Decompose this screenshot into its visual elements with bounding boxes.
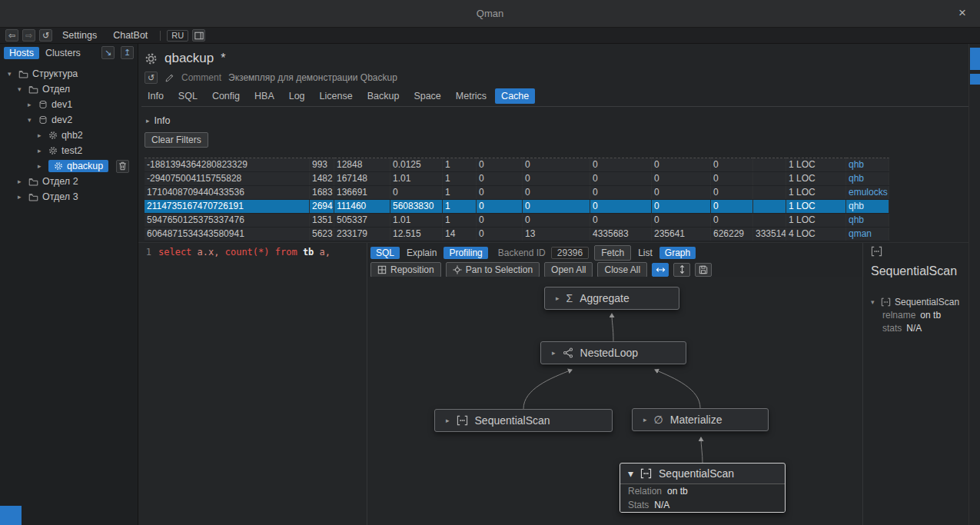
tree-item-dev1[interactable]: ▸ dev1 <box>0 97 138 112</box>
layout-toggle-button[interactable] <box>192 29 205 42</box>
expand-arrow[interactable]: ▸ <box>18 193 25 201</box>
tree-item-structura[interactable]: ▾ Структура <box>0 66 138 81</box>
chatbot-menu[interactable]: ChatBot <box>107 30 154 41</box>
reposition-button[interactable]: Reposition <box>370 262 441 277</box>
column-filter-input[interactable] <box>786 150 846 158</box>
expand-arrow[interactable]: ▸ <box>38 162 45 170</box>
database-link[interactable]: qman <box>846 228 889 241</box>
database-link[interactable]: qhb <box>846 214 889 227</box>
column-filter-input[interactable] <box>590 150 652 158</box>
expand-arrow[interactable]: ▸ <box>28 101 35 108</box>
tree-item-otdel[interactable]: ▾ Отдел <box>0 81 138 97</box>
graph-view-button[interactable]: Graph <box>659 247 696 259</box>
fit-height-button[interactable] <box>673 263 690 277</box>
column-filter-input[interactable] <box>145 150 310 158</box>
revert-comment-button[interactable]: ↺ <box>145 71 158 84</box>
tab-metrics[interactable]: Metrics <box>450 88 493 104</box>
column-filter-input[interactable] <box>310 150 334 158</box>
column-filter-input[interactable] <box>523 150 590 158</box>
table-row[interactable]: 1710408709440433536168313669101000001 LO… <box>145 186 889 200</box>
plan-node-seqscan-expanded[interactable]: ▾ SequentialScan Relation on tb Stats N/… <box>620 463 786 513</box>
column-filter-input[interactable] <box>711 150 753 158</box>
tab-config[interactable]: Config <box>206 88 246 104</box>
column-filter-input[interactable] <box>652 150 711 158</box>
expand-arrow[interactable]: ▾ <box>8 70 15 78</box>
expand-arrow[interactable]: ▾ <box>28 116 35 124</box>
descend-button[interactable]: ↘ <box>101 46 115 59</box>
pan-to-selection-button[interactable]: Pan to Selection <box>446 262 540 277</box>
close-all-button[interactable]: Close All <box>597 262 647 277</box>
expand-arrow[interactable]: ▸ <box>552 349 556 357</box>
table-row-selected[interactable]: 2114735167470726191269411146056083830100… <box>145 200 889 214</box>
inspector-tree-item[interactable]: ▾ SequentialScan <box>871 297 968 307</box>
close-button[interactable]: × <box>954 0 971 28</box>
plan-node-seqscan[interactable]: ▸ SequentialScan <box>434 409 613 432</box>
tree-item-otdel-3[interactable]: ▸ Отдел 3 <box>0 189 138 204</box>
tab-cache[interactable]: Cache <box>495 88 535 104</box>
sql-editor[interactable]: 1 select a.x, count(*) from tb a, <box>138 243 367 525</box>
scrollbar-marker[interactable] <box>970 74 980 85</box>
tab-log[interactable]: Log <box>283 88 311 104</box>
tab-sql[interactable]: SQL <box>172 88 204 104</box>
expand-arrow[interactable]: ▸ <box>446 417 450 424</box>
clear-filters-button[interactable]: Clear Filters <box>145 132 208 148</box>
column-filter-input[interactable] <box>477 150 523 158</box>
info-section-header[interactable]: ▸ Info <box>146 115 170 126</box>
plan-graph-canvas[interactable]: ▸ Σ Aggregate ▸ NestedLoop ▸ SequentialS… <box>367 277 862 525</box>
expand-arrow[interactable]: ▾ <box>18 85 25 93</box>
list-view-button[interactable]: List <box>636 248 654 258</box>
collapse-arrow[interactable]: ▾ <box>628 467 633 480</box>
expand-arrow[interactable]: ▸ <box>18 178 25 185</box>
tab-hosts[interactable]: Hosts <box>4 47 39 59</box>
column-filter-input[interactable] <box>753 150 786 158</box>
expanded-node-header[interactable]: ▾ SequentialScan <box>620 464 785 484</box>
tab-license[interactable]: License <box>314 88 359 104</box>
fit-width-button[interactable] <box>652 263 669 277</box>
database-link[interactable]: qhb <box>846 158 889 171</box>
forward-button[interactable]: ⇨ <box>22 29 35 42</box>
open-all-button[interactable]: Open All <box>544 262 593 277</box>
plan-node-materialize[interactable]: ▸ ∅ Materialize <box>632 408 769 431</box>
table-row[interactable]: -1881394364280823329993128480.0125100000… <box>145 158 889 172</box>
column-filter-input[interactable] <box>846 150 889 158</box>
expand-arrow[interactable]: ▸ <box>38 147 45 155</box>
edit-comment-icon[interactable] <box>164 73 174 83</box>
tab-clusters[interactable]: Clusters <box>45 48 81 58</box>
column-filter-input[interactable] <box>390 150 443 158</box>
scrollbar-track[interactable] <box>968 44 980 525</box>
tab-info[interactable]: Info <box>141 88 170 104</box>
tree-item-qhb2[interactable]: ▸ qhb2 <box>0 128 138 143</box>
explain-button[interactable]: Explain <box>405 248 438 258</box>
expand-arrow[interactable]: ▸ <box>38 131 45 139</box>
sql-mode-button[interactable]: SQL <box>370 247 400 259</box>
undo-button[interactable]: ↺ <box>39 29 52 42</box>
tab-space[interactable]: Space <box>407 88 447 104</box>
selected-tree-item[interactable]: qbackup <box>48 160 108 172</box>
expand-arrow[interactable]: ▸ <box>643 416 647 424</box>
fetch-button[interactable]: Fetch <box>594 245 631 261</box>
save-image-button[interactable] <box>695 263 712 277</box>
delete-button[interactable] <box>116 160 129 173</box>
collapse-to-top-button[interactable]: ↥ <box>121 46 134 59</box>
tree-item-qbackup[interactable]: ▸ qbackup <box>0 158 138 174</box>
table-row[interactable]: 594765012537533747613515053371.011000001… <box>145 214 889 228</box>
database-link[interactable]: emulocks <box>846 186 889 199</box>
table-row[interactable]: 6064871534343580941562323317912.51514013… <box>145 228 889 241</box>
plan-node-nestedloop[interactable]: ▸ NestedLoop <box>540 341 686 364</box>
collapse-arrow[interactable]: ▾ <box>871 298 877 306</box>
database-link[interactable]: qhb <box>846 172 889 185</box>
back-button[interactable]: ⇦ <box>5 29 18 42</box>
settings-menu[interactable]: Settings <box>56 30 103 41</box>
column-filter-input[interactable] <box>334 150 390 158</box>
tab-backup[interactable]: Backup <box>361 88 406 104</box>
plan-node-aggregate[interactable]: ▸ Σ Aggregate <box>544 287 679 310</box>
tab-hba[interactable]: HBA <box>248 88 281 104</box>
column-filter-input[interactable] <box>443 150 477 158</box>
table-row[interactable]: -29407500411575582814821671481.011000001… <box>145 172 889 186</box>
scrollbar-thumb[interactable] <box>970 48 980 70</box>
tree-item-dev2[interactable]: ▾ dev2 <box>0 112 138 128</box>
tree-item-otdel-2[interactable]: ▸ Отдел 2 <box>0 174 138 189</box>
language-button[interactable]: RU <box>167 30 188 42</box>
profiling-button[interactable]: Profiling <box>443 247 487 259</box>
sidebar-corner-indicator[interactable] <box>0 506 22 525</box>
